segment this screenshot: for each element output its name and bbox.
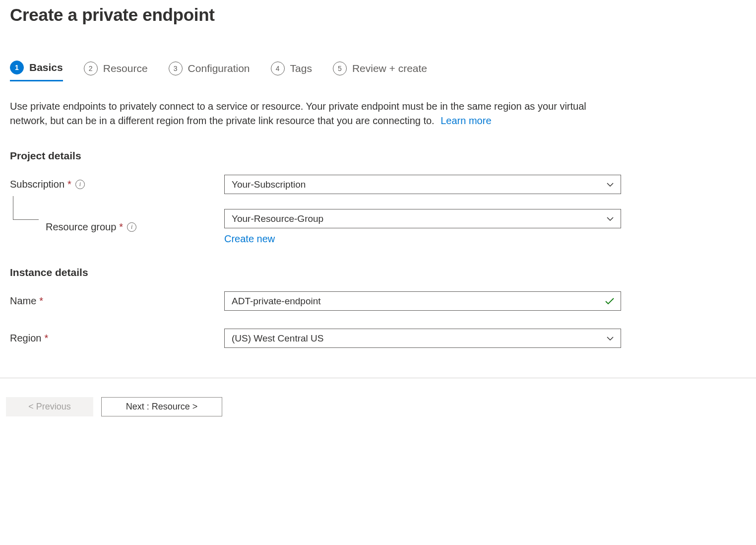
project-details-section: Project details Subscription * i Your-Su… [10,150,742,245]
region-label: Region * [10,333,224,344]
wizard-tabs: 1 Basics 2 Resource 3 Configuration 4 Ta… [10,61,742,81]
required-indicator: * [44,333,48,344]
tab-label: Review + create [352,63,427,74]
required-indicator: * [67,179,71,190]
tab-number-icon: 2 [84,62,98,75]
chevron-down-icon [607,217,614,221]
name-input[interactable] [224,291,621,311]
tab-configuration[interactable]: 3 Configuration [169,61,250,81]
tab-basics[interactable]: 1 Basics [10,61,63,81]
tab-number-icon: 3 [169,62,183,75]
tab-number-icon: 1 [10,61,24,74]
name-label: Name * [10,295,224,307]
name-row: Name * [10,291,742,311]
previous-button[interactable]: < Previous [6,397,93,416]
subscription-dropdown[interactable]: Your-Subscription [224,175,621,194]
chevron-down-icon [607,337,614,341]
page-description: Use private endpoints to privately conne… [10,99,620,128]
tab-review-create[interactable]: 5 Review + create [333,61,427,81]
section-title: Instance details [10,267,742,278]
tab-label: Tags [290,63,312,74]
tree-connector-icon [13,196,39,220]
checkmark-icon [605,298,614,305]
tab-number-icon: 5 [333,62,347,75]
resource-group-dropdown[interactable]: Your-Resource-Group [224,209,621,228]
subscription-row: Subscription * i Your-Subscription [10,175,742,194]
tab-number-icon: 4 [271,62,285,75]
section-title: Project details [10,150,742,162]
subscription-label: Subscription * i [10,179,224,190]
tab-label: Resource [103,63,148,74]
resource-group-row: Resource group * i Your-Resource-Group C… [10,209,742,245]
instance-details-section: Instance details Name * Region * (US) We… [10,267,742,348]
next-button[interactable]: Next : Resource > [101,397,222,416]
chevron-down-icon [607,183,614,187]
region-row: Region * (US) West Central US [10,329,742,348]
region-dropdown[interactable]: (US) West Central US [224,329,621,348]
tab-label: Basics [29,62,63,73]
resource-group-label: Resource group * i [46,221,224,233]
tab-label: Configuration [188,63,250,74]
create-new-link[interactable]: Create new [224,233,275,245]
required-indicator: * [39,295,43,307]
info-icon[interactable]: i [127,222,136,232]
tab-resource[interactable]: 2 Resource [84,61,148,81]
wizard-footer: < Previous Next : Resource > [0,378,756,416]
tab-tags[interactable]: 4 Tags [271,61,312,81]
required-indicator: * [119,221,123,233]
page-title: Create a private endpoint [10,5,742,25]
learn-more-link[interactable]: Learn more [441,115,491,126]
info-icon[interactable]: i [75,180,85,189]
